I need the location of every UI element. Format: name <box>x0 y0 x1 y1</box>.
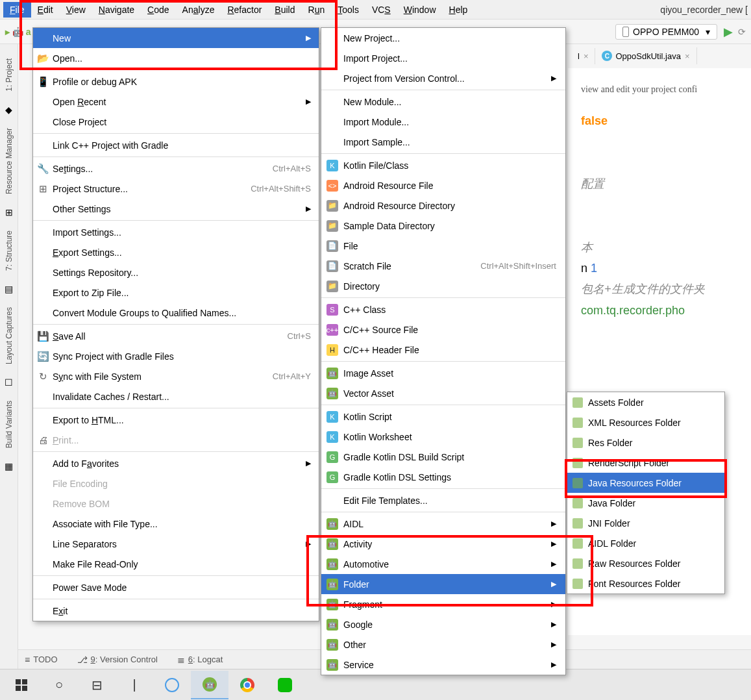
file-encoding[interactable]: File Encoding <box>33 473 319 494</box>
app-dingtalk[interactable] <box>153 671 191 699</box>
start-button[interactable] <box>3 671 40 699</box>
file-read-only[interactable]: Make File Read-Only <box>33 554 319 574</box>
tab-structure[interactable]: 7: Structure <box>3 224 15 277</box>
menu-file[interactable]: File <box>3 2 31 18</box>
close-icon[interactable]: × <box>584 51 589 61</box>
new-activity[interactable]: 🤖Activity▶ <box>321 534 565 554</box>
file-exit[interactable]: Exit <box>33 601 319 621</box>
new-android-res-dir[interactable]: 📁Android Resource Directory <box>321 195 565 216</box>
editor-tab-1[interactable]: l × <box>571 48 595 64</box>
folder-font-res[interactable]: Font Resources Folder <box>567 573 724 594</box>
new-project-vc[interactable]: Project from Version Control...▶ <box>321 68 565 88</box>
run-button[interactable]: ▶ <box>724 25 733 39</box>
file-invalidate[interactable]: Invalidate Caches / Restart... <box>33 386 319 406</box>
new-edit-templates[interactable]: Edit File Templates... <box>321 490 565 510</box>
app-android-studio[interactable]: 🤖 <box>191 671 228 699</box>
new-import-project[interactable]: Import Project... <box>321 48 565 68</box>
menu-tools[interactable]: Tools <box>331 2 365 18</box>
new-folder[interactable]: 🤖Folder▶ <box>321 574 565 594</box>
folder-xml-res[interactable]: XML Resources Folder <box>567 412 724 432</box>
file-import-settings[interactable]: Import Settings... <box>33 222 319 242</box>
menu-navigate[interactable]: Navigate <box>92 2 141 18</box>
folder-raw-res[interactable]: Raw Resources Folder <box>567 553 724 573</box>
menu-build[interactable]: Build <box>268 2 301 18</box>
device-dropdown[interactable]: OPPO PEMM00 ▾ <box>615 24 717 40</box>
new-file[interactable]: 📄File <box>321 236 565 256</box>
file-new[interactable]: New ▶ <box>33 28 319 48</box>
new-cpp-source[interactable]: c++C/C++ Source File <box>321 319 565 340</box>
new-directory[interactable]: 📁Directory <box>321 276 565 296</box>
tab-layout-captures[interactable]: Layout Captures <box>3 301 15 371</box>
file-profile-apk[interactable]: 📱 Profile or debug APK <box>33 71 319 92</box>
file-export-zip[interactable]: Export to Zip File... <box>33 282 319 303</box>
new-kotlin-worksheet[interactable]: KKotlin Worksheet <box>321 427 565 447</box>
file-open-recent[interactable]: Open Recent ▶ <box>33 92 319 112</box>
app-wechat[interactable] <box>266 671 304 699</box>
menu-window[interactable]: Window <box>397 2 443 18</box>
menu-help[interactable]: Help <box>443 2 474 18</box>
file-export-settings[interactable]: Export Settings... <box>33 242 319 262</box>
menu-run[interactable]: Run <box>302 2 332 18</box>
new-module[interactable]: New Module... <box>321 92 565 112</box>
file-link-cpp[interactable]: Link C++ Project with Gradle <box>33 135 319 155</box>
tab-resource-manager[interactable]: Resource Manager <box>3 121 15 201</box>
new-sample-data-dir[interactable]: 📁Sample Data Directory <box>321 216 565 236</box>
menu-analyze[interactable]: Analyze <box>176 2 221 18</box>
editor-tab-2[interactable]: C OppoSdkUtil.java × <box>595 47 696 64</box>
file-sync-gradle[interactable]: 🔄 Sync Project with Gradle Files <box>33 346 319 366</box>
tool-todo[interactable]: ≡TODO <box>25 655 58 665</box>
folder-java[interactable]: Java Folder <box>567 493 724 513</box>
new-cpp-header[interactable]: HC/C++ Header File <box>321 340 565 360</box>
cortana-button[interactable]: ○ <box>40 671 78 699</box>
new-image-asset[interactable]: 🤖Image Asset <box>321 363 565 383</box>
new-import-module[interactable]: Import Module... <box>321 112 565 132</box>
folder-renderscript[interactable]: RenderScript Folder <box>567 453 724 473</box>
new-cpp-class[interactable]: SC++ Class <box>321 299 565 319</box>
new-vector-asset[interactable]: 🤖Vector Asset <box>321 383 565 403</box>
file-save-all[interactable]: 💾 Save All Ctrl+S <box>33 326 319 346</box>
file-settings-repo[interactable]: Settings Repository... <box>33 262 319 282</box>
folder-java-resources[interactable]: Java Resources Folder <box>567 473 724 493</box>
tab-build-variants[interactable]: Build Variants <box>3 394 15 455</box>
new-kotlin-file[interactable]: KKotlin File/Class <box>321 155 565 175</box>
file-add-favorites[interactable]: Add to Favorites ▶ <box>33 453 319 473</box>
file-line-separators[interactable]: Line Separators ▶ <box>33 534 319 554</box>
new-scratch-file[interactable]: 📄Scratch FileCtrl+Alt+Shift+Insert <box>321 256 565 276</box>
file-settings[interactable]: 🔧 Settings... Ctrl+Alt+S <box>33 158 319 179</box>
file-close-project[interactable]: Close Project <box>33 112 319 132</box>
file-power-save[interactable]: Power Save Mode <box>33 577 319 597</box>
menu-vcs[interactable]: VCS <box>365 2 397 18</box>
folder-res[interactable]: Res Folder <box>567 432 724 453</box>
new-android-res-file[interactable]: <>Android Resource File <box>321 175 565 195</box>
new-aidl[interactable]: 🤖AIDL▶ <box>321 514 565 534</box>
new-kotlin-script[interactable]: KKotlin Script <box>321 406 565 427</box>
close-icon[interactable]: × <box>685 51 690 61</box>
menu-view[interactable]: View <box>60 2 92 18</box>
new-gradle-settings[interactable]: GGradle Kotlin DSL Settings <box>321 467 565 487</box>
file-print[interactable]: 🖨 Print... <box>33 430 319 450</box>
file-export-html[interactable]: Export to HTML... <box>33 410 319 430</box>
task-view-button[interactable]: ⊟ <box>78 671 116 699</box>
menu-edit[interactable]: Edit <box>31 2 60 18</box>
file-other-settings[interactable]: Other Settings ▶ <box>33 199 319 219</box>
menu-code[interactable]: Code <box>141 2 175 18</box>
new-other[interactable]: 🤖Other▶ <box>321 634 565 655</box>
folder-assets[interactable]: Assets Folder <box>567 392 724 412</box>
new-project[interactable]: New Project... <box>321 28 565 48</box>
new-import-sample[interactable]: Import Sample... <box>321 132 565 152</box>
file-open[interactable]: 📂 Open... <box>33 48 319 68</box>
folder-jni[interactable]: JNI Folder <box>567 513 724 533</box>
tab-project[interactable]: 1: Project <box>3 52 15 98</box>
new-automotive[interactable]: 🤖Automotive▶ <box>321 554 565 574</box>
file-associate-type[interactable]: Associate with File Type... <box>33 514 319 534</box>
file-convert-module[interactable]: Convert Module Groups to Qualified Names… <box>33 303 319 323</box>
folder-aidl[interactable]: AIDL Folder <box>567 533 724 553</box>
new-service[interactable]: 🤖Service▶ <box>321 655 565 675</box>
app-chrome[interactable] <box>228 671 266 699</box>
new-google[interactable]: 🤖Google▶ <box>321 614 565 634</box>
menu-refactor[interactable]: Refactor <box>221 2 268 18</box>
new-gradle-build[interactable]: GGradle Kotlin DSL Build Script <box>321 447 565 467</box>
tool-logcat[interactable]: ≣6: Logcat <box>177 655 223 665</box>
file-sync-fs[interactable]: ↻ Sync with File System Ctrl+Alt+Y <box>33 366 319 386</box>
debug-button[interactable]: ⟳ <box>738 27 746 37</box>
